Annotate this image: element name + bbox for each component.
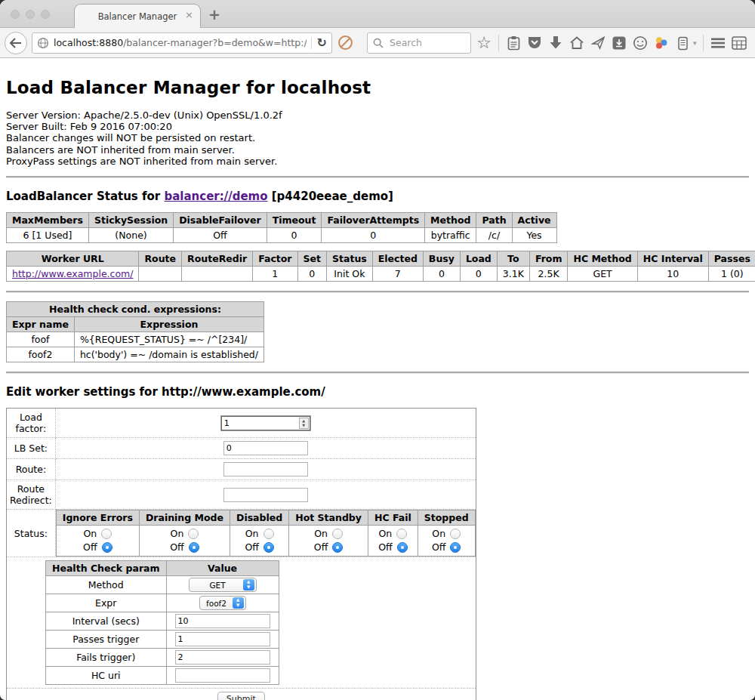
col-active: Active — [512, 213, 556, 228]
zoom-window-button[interactable] — [41, 10, 50, 19]
col-expr-name: Expr name — [7, 317, 75, 332]
balancer-status-heading: LoadBalancer Status for balancer://demo … — [6, 190, 749, 203]
fails-input[interactable] — [175, 650, 270, 665]
divider — [6, 291, 749, 292]
tab-balancer-manager[interactable]: Balancer Manager × — [74, 4, 201, 28]
bookmark-star-icon[interactable]: ☆ — [476, 34, 492, 52]
hc-fail-on-radio[interactable] — [396, 529, 407, 539]
search-bar[interactable] — [367, 32, 471, 54]
feedback-smiley-icon[interactable] — [632, 34, 649, 52]
worker-url-link[interactable]: http://www.example.com/ — [12, 268, 133, 279]
tab-close-icon[interactable]: × — [185, 10, 193, 20]
col-routeredir: RouteRedir — [182, 251, 253, 267]
clipboard-icon[interactable] — [505, 34, 522, 52]
method-select-value: GET — [197, 581, 239, 590]
hamburger-menu-icon[interactable] — [710, 34, 726, 52]
lb-set-input[interactable] — [223, 441, 308, 455]
hc-uri-label: HC uri — [46, 667, 167, 685]
number-spinner-icon[interactable]: ▲▼ — [299, 418, 309, 429]
container-battery-icon[interactable] — [674, 34, 691, 52]
minimize-window-button[interactable] — [26, 10, 35, 19]
col-elected: Elected — [372, 251, 423, 267]
status-cell-hc-fail: On Off — [368, 526, 418, 557]
cell-stickysession: (None) — [88, 228, 173, 243]
interval-input[interactable] — [175, 614, 270, 628]
col-status: Status — [327, 251, 373, 267]
window-controls[interactable] — [11, 10, 50, 19]
cell-path: /c/ — [476, 228, 512, 243]
col-stopped: Stopped — [418, 510, 475, 526]
draining-mode-off-radio[interactable] — [189, 542, 199, 553]
back-button[interactable] — [5, 32, 27, 54]
passes-input[interactable] — [175, 632, 270, 646]
col-load: Load — [460, 251, 497, 267]
method-select[interactable]: GET ▲▼ — [189, 578, 257, 592]
health-check-table: Health Check param Value Method GET ▲▼ — [45, 560, 279, 685]
balancer-demo-link[interactable]: balancer://demo — [164, 190, 267, 203]
off-label: Off — [314, 541, 328, 554]
stopped-off-radio[interactable] — [450, 542, 461, 553]
health-params-row: Health Check param Value Method GET ▲▼ — [7, 557, 476, 689]
interval-row: Interval (secs) — [46, 612, 279, 631]
reload-icon[interactable]: ↻ — [311, 37, 327, 49]
content-blocked-icon[interactable] — [337, 34, 353, 52]
stopped-on-radio[interactable] — [450, 529, 461, 539]
ignore-errors-on-radio[interactable] — [101, 529, 112, 539]
grid-panel-icon[interactable] — [731, 34, 747, 52]
expr-select[interactable]: foof2 ▲▼ — [199, 596, 246, 610]
col-method: Method — [425, 213, 476, 228]
cell-expression: %{REQUEST_STATUS} =~ /^[234]/ — [74, 332, 263, 347]
submit-button[interactable]: Submit — [217, 692, 265, 700]
globe-icon — [37, 37, 49, 49]
load-factor-input[interactable] — [222, 418, 299, 428]
pocket-icon[interactable] — [526, 34, 543, 52]
tab-bar: Balancer Manager × + — [0, 0, 755, 28]
download-square-icon[interactable] — [611, 34, 627, 52]
col-value: Value — [166, 561, 279, 576]
url-text[interactable]: localhost:8880/balancer-manager?b=demo&w… — [54, 37, 307, 48]
new-tab-button[interactable]: + — [208, 6, 220, 23]
colored-dots-icon[interactable] — [653, 34, 670, 52]
off-label: Off — [378, 541, 392, 554]
page-title: Load Balancer Manager for localhost — [6, 78, 749, 97]
status-cell-draining-mode: On Off — [139, 526, 230, 557]
download-arrow-icon[interactable] — [547, 34, 564, 52]
cell-route — [139, 267, 182, 282]
hot-standby-off-radio[interactable] — [332, 542, 343, 553]
url-bar[interactable]: localhost:8880/balancer-manager?b=demo&w… — [32, 32, 332, 54]
disabled-off-radio[interactable] — [263, 542, 274, 553]
route-redirect-input[interactable] — [223, 488, 308, 502]
load-factor-field[interactable]: ▲▼ — [221, 416, 310, 430]
hc-fail-off-radio[interactable] — [397, 542, 408, 553]
col-draining-mode: Draining Mode — [139, 510, 230, 526]
table-header-row: MaxMembers StickySession DisableFailover… — [7, 213, 557, 228]
close-window-button[interactable] — [11, 10, 20, 19]
select-stepper-icon: ▲▼ — [243, 579, 254, 591]
disabled-on-radio[interactable] — [263, 529, 274, 539]
col-failoverattempts: FailoverAttempts — [322, 213, 425, 228]
cell-disablefailover: Off — [174, 228, 267, 243]
col-disablefailover: DisableFailover — [174, 213, 267, 228]
server-built-line: Server Built: Feb 9 2016 07:00:20 — [6, 121, 749, 132]
passes-label: Passes trigger — [46, 631, 167, 649]
cell-expr-name: foof2 — [7, 347, 75, 362]
status-label: Status: — [7, 510, 56, 557]
search-input[interactable] — [388, 36, 459, 49]
expr-select-value: foof2 — [203, 599, 230, 608]
expr-label: Expr — [46, 594, 167, 612]
off-label: Off — [245, 541, 258, 554]
col-maxmembers: MaxMembers — [7, 213, 89, 228]
cell-timeout: 0 — [267, 228, 322, 243]
chevron-down-icon[interactable]: ▾ — [693, 39, 697, 47]
col-passes: Passes — [708, 251, 755, 267]
send-plane-icon[interactable] — [590, 34, 606, 52]
hot-standby-on-radio[interactable] — [332, 529, 343, 539]
route-input[interactable] — [223, 462, 308, 476]
ignore-errors-off-radio[interactable] — [102, 542, 112, 553]
cell-routeredir — [182, 267, 253, 282]
hc-uri-row: HC uri — [46, 667, 279, 685]
hc-uri-input[interactable] — [175, 668, 270, 683]
home-icon[interactable] — [569, 34, 585, 52]
draining-mode-on-radio[interactable] — [188, 529, 199, 539]
col-route: Route — [139, 251, 182, 267]
